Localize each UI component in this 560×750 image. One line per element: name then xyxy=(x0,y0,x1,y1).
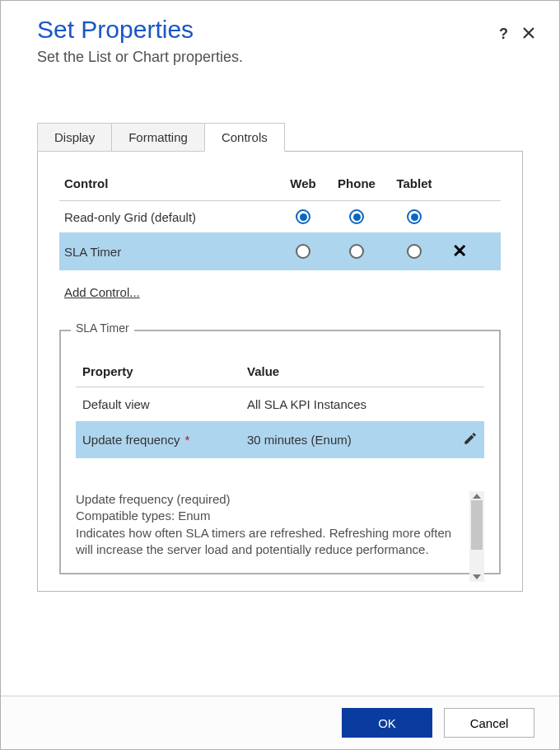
property-table-header: Property Value xyxy=(76,364,484,387)
tab-formatting[interactable]: Formatting xyxy=(111,123,205,152)
dialog-title: Set Properties xyxy=(37,16,523,44)
control-row-readonly-grid[interactable]: Read-only Grid (default) xyxy=(59,201,501,232)
control-table-header: Control Web Phone Tablet xyxy=(59,176,501,201)
control-row-sla-timer[interactable]: SLA Timer ✕ xyxy=(59,232,501,270)
property-value: 30 minutes (Enum) xyxy=(247,433,445,447)
tablet-radio[interactable] xyxy=(407,244,422,259)
scroll-down-icon[interactable] xyxy=(473,574,481,579)
scroll-thumb[interactable] xyxy=(471,500,483,550)
header-controls: ? xyxy=(499,26,534,43)
fieldset-legend: SLA Timer xyxy=(71,321,134,335)
desc-body: Indicates how often SLA timers are refre… xyxy=(76,525,466,559)
col-property: Property xyxy=(82,364,247,378)
phone-radio[interactable] xyxy=(349,209,364,224)
desc-line1: Update frequency (required) xyxy=(76,491,466,508)
col-tablet: Tablet xyxy=(385,176,443,190)
col-web: Web xyxy=(278,176,328,190)
close-icon[interactable] xyxy=(523,26,534,43)
property-name: Default view xyxy=(82,397,247,411)
ok-button[interactable]: OK xyxy=(342,708,432,738)
web-radio[interactable] xyxy=(296,244,310,259)
dialog-subtitle: Set the List or Chart properties. xyxy=(37,49,523,66)
cancel-button[interactable]: Cancel xyxy=(444,708,534,738)
control-name: SLA Timer xyxy=(64,245,278,259)
controls-tab-content: Control Web Phone Tablet Read-only Grid … xyxy=(37,152,523,592)
scroll-up-icon[interactable] xyxy=(473,494,481,499)
web-radio[interactable] xyxy=(296,209,310,224)
col-value: Value xyxy=(247,364,478,378)
scrollbar[interactable] xyxy=(469,491,484,582)
dialog-footer: OK Cancel xyxy=(1,696,559,749)
tab-bar: Display Formatting Controls xyxy=(37,122,523,152)
help-icon[interactable]: ? xyxy=(499,26,508,43)
dialog-content: Display Formatting Controls Control Web … xyxy=(1,73,559,696)
property-name: Update frequency * xyxy=(82,433,247,447)
tablet-radio[interactable] xyxy=(407,209,422,224)
sla-timer-fieldset: SLA Timer Property Value Default view Al… xyxy=(59,330,501,574)
tab-display[interactable]: Display xyxy=(37,123,112,152)
tab-controls[interactable]: Controls xyxy=(204,123,285,152)
dialog-header: Set Properties Set the List or Chart pro… xyxy=(1,1,559,73)
desc-line2: Compatible types: Enum xyxy=(76,508,466,524)
edit-icon[interactable] xyxy=(445,431,478,448)
col-control: Control xyxy=(64,176,278,190)
property-row-default-view[interactable]: Default view All SLA KPI Instances xyxy=(76,387,484,421)
set-properties-dialog: Set Properties Set the List or Chart pro… xyxy=(0,0,560,750)
required-asterisk: * xyxy=(181,433,189,447)
property-description: Update frequency (required) Compatible t… xyxy=(76,491,484,558)
add-control-link[interactable]: Add Control... xyxy=(64,285,140,299)
control-name: Read-only Grid (default) xyxy=(64,210,278,224)
property-row-update-frequency[interactable]: Update frequency * 30 minutes (Enum) xyxy=(76,421,484,458)
col-phone: Phone xyxy=(328,176,385,190)
remove-control-icon[interactable]: ✕ xyxy=(443,241,476,262)
property-value: All SLA KPI Instances xyxy=(247,397,445,411)
phone-radio[interactable] xyxy=(349,244,364,259)
